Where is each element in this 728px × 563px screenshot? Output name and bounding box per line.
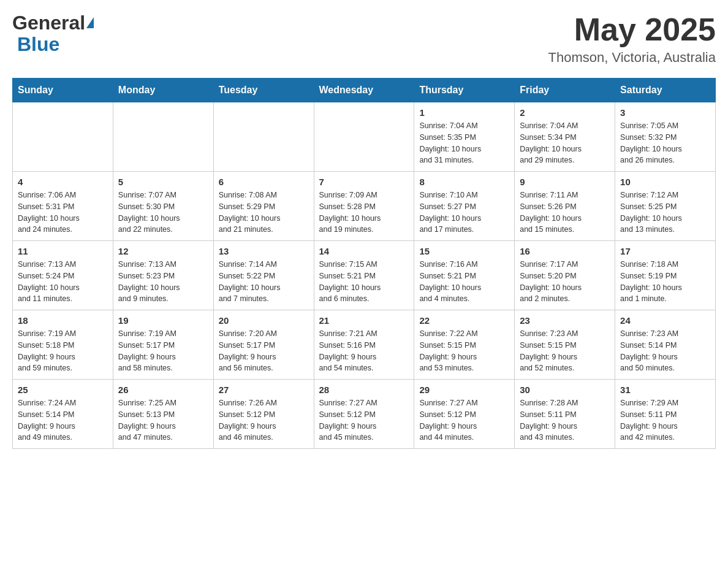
- day-number: 7: [319, 177, 409, 187]
- weekday-header-row: SundayMondayTuesdayWednesdayThursdayFrid…: [13, 79, 716, 102]
- weekday-header-thursday: Thursday: [414, 79, 515, 102]
- weekday-header-saturday: Saturday: [615, 79, 716, 102]
- calendar-subtitle: Thomson, Victoria, Australia: [548, 50, 716, 66]
- calendar-cell: 22Sunrise: 7:22 AM Sunset: 5:15 PM Dayli…: [414, 310, 515, 380]
- calendar-cell: 28Sunrise: 7:27 AM Sunset: 5:12 PM Dayli…: [314, 380, 414, 449]
- logo-general-text: General: [12, 12, 85, 34]
- day-info: Sunrise: 7:21 AM Sunset: 5:16 PM Dayligh…: [319, 328, 409, 374]
- day-number: 4: [18, 177, 108, 187]
- calendar-cell: 8Sunrise: 7:10 AM Sunset: 5:27 PM Daylig…: [414, 172, 515, 241]
- day-number: 11: [18, 246, 108, 256]
- day-info: Sunrise: 7:14 AM Sunset: 5:22 PM Dayligh…: [219, 259, 309, 305]
- calendar-cell: 27Sunrise: 7:26 AM Sunset: 5:12 PM Dayli…: [213, 380, 314, 449]
- calendar-cell: 24Sunrise: 7:23 AM Sunset: 5:14 PM Dayli…: [615, 310, 716, 380]
- day-number: 19: [118, 315, 208, 326]
- weekday-header-sunday: Sunday: [13, 79, 113, 102]
- day-info: Sunrise: 7:26 AM Sunset: 5:12 PM Dayligh…: [219, 397, 309, 443]
- day-info: Sunrise: 7:09 AM Sunset: 5:28 PM Dayligh…: [319, 190, 409, 236]
- calendar-cell: [113, 102, 213, 172]
- calendar-cell: [13, 102, 113, 172]
- calendar-cell: 30Sunrise: 7:28 AM Sunset: 5:11 PM Dayli…: [515, 380, 615, 449]
- calendar-cell: 16Sunrise: 7:17 AM Sunset: 5:20 PM Dayli…: [515, 241, 615, 310]
- calendar-cell: 18Sunrise: 7:19 AM Sunset: 5:18 PM Dayli…: [13, 310, 113, 380]
- calendar-week-2: 4Sunrise: 7:06 AM Sunset: 5:31 PM Daylig…: [13, 172, 716, 241]
- day-info: Sunrise: 7:04 AM Sunset: 5:35 PM Dayligh…: [419, 120, 509, 166]
- day-info: Sunrise: 7:25 AM Sunset: 5:13 PM Dayligh…: [118, 397, 208, 443]
- day-number: 23: [520, 315, 610, 326]
- day-number: 17: [620, 246, 710, 256]
- day-number: 1: [419, 107, 509, 118]
- calendar-cell: 6Sunrise: 7:08 AM Sunset: 5:29 PM Daylig…: [213, 172, 314, 241]
- day-info: Sunrise: 7:18 AM Sunset: 5:19 PM Dayligh…: [620, 259, 710, 305]
- calendar-cell: 17Sunrise: 7:18 AM Sunset: 5:19 PM Dayli…: [615, 241, 716, 310]
- calendar-cell: 12Sunrise: 7:13 AM Sunset: 5:23 PM Dayli…: [113, 241, 213, 310]
- day-info: Sunrise: 7:07 AM Sunset: 5:30 PM Dayligh…: [118, 190, 208, 236]
- calendar-cell: 25Sunrise: 7:24 AM Sunset: 5:14 PM Dayli…: [13, 380, 113, 449]
- day-info: Sunrise: 7:28 AM Sunset: 5:11 PM Dayligh…: [520, 397, 610, 443]
- logo: General Blue: [12, 12, 94, 55]
- day-number: 3: [620, 107, 710, 118]
- day-number: 12: [118, 246, 208, 256]
- day-number: 21: [319, 315, 409, 326]
- day-info: Sunrise: 7:12 AM Sunset: 5:25 PM Dayligh…: [620, 190, 710, 236]
- day-info: Sunrise: 7:20 AM Sunset: 5:17 PM Dayligh…: [219, 328, 309, 374]
- day-number: 9: [520, 177, 610, 187]
- day-info: Sunrise: 7:17 AM Sunset: 5:20 PM Dayligh…: [520, 259, 610, 305]
- day-number: 8: [419, 177, 509, 187]
- day-number: 6: [219, 177, 309, 187]
- day-info: Sunrise: 7:27 AM Sunset: 5:12 PM Dayligh…: [419, 397, 509, 443]
- calendar-cell: 13Sunrise: 7:14 AM Sunset: 5:22 PM Dayli…: [213, 241, 314, 310]
- calendar-cell: 3Sunrise: 7:05 AM Sunset: 5:32 PM Daylig…: [615, 102, 716, 172]
- day-info: Sunrise: 7:13 AM Sunset: 5:24 PM Dayligh…: [18, 259, 108, 305]
- weekday-header-friday: Friday: [515, 79, 615, 102]
- day-number: 14: [319, 246, 409, 256]
- day-number: 27: [219, 385, 309, 395]
- calendar-cell: 1Sunrise: 7:04 AM Sunset: 5:35 PM Daylig…: [414, 102, 515, 172]
- day-info: Sunrise: 7:29 AM Sunset: 5:11 PM Dayligh…: [620, 397, 710, 443]
- calendar-cell: 5Sunrise: 7:07 AM Sunset: 5:30 PM Daylig…: [113, 172, 213, 241]
- calendar-cell: 23Sunrise: 7:23 AM Sunset: 5:15 PM Dayli…: [515, 310, 615, 380]
- calendar-cell: 2Sunrise: 7:04 AM Sunset: 5:34 PM Daylig…: [515, 102, 615, 172]
- day-info: Sunrise: 7:23 AM Sunset: 5:15 PM Dayligh…: [520, 328, 610, 374]
- calendar-cell: 14Sunrise: 7:15 AM Sunset: 5:21 PM Dayli…: [314, 241, 414, 310]
- day-info: Sunrise: 7:19 AM Sunset: 5:17 PM Dayligh…: [118, 328, 208, 374]
- day-info: Sunrise: 7:15 AM Sunset: 5:21 PM Dayligh…: [319, 259, 409, 305]
- calendar-cell: 11Sunrise: 7:13 AM Sunset: 5:24 PM Dayli…: [13, 241, 113, 310]
- day-info: Sunrise: 7:10 AM Sunset: 5:27 PM Dayligh…: [419, 190, 509, 236]
- weekday-header-monday: Monday: [113, 79, 213, 102]
- calendar-cell: 4Sunrise: 7:06 AM Sunset: 5:31 PM Daylig…: [13, 172, 113, 241]
- calendar-cell: 9Sunrise: 7:11 AM Sunset: 5:26 PM Daylig…: [515, 172, 615, 241]
- day-info: Sunrise: 7:06 AM Sunset: 5:31 PM Dayligh…: [18, 190, 108, 236]
- day-info: Sunrise: 7:19 AM Sunset: 5:18 PM Dayligh…: [18, 328, 108, 374]
- day-number: 18: [18, 315, 108, 326]
- calendar-cell: [314, 102, 414, 172]
- calendar-week-4: 18Sunrise: 7:19 AM Sunset: 5:18 PM Dayli…: [13, 310, 716, 380]
- calendar-cell: 31Sunrise: 7:29 AM Sunset: 5:11 PM Dayli…: [615, 380, 716, 449]
- day-info: Sunrise: 7:04 AM Sunset: 5:34 PM Dayligh…: [520, 120, 610, 166]
- day-number: 30: [520, 385, 610, 395]
- weekday-header-wednesday: Wednesday: [314, 79, 414, 102]
- day-info: Sunrise: 7:16 AM Sunset: 5:21 PM Dayligh…: [419, 259, 509, 305]
- day-number: 20: [219, 315, 309, 326]
- calendar-week-3: 11Sunrise: 7:13 AM Sunset: 5:24 PM Dayli…: [13, 241, 716, 310]
- day-number: 24: [620, 315, 710, 326]
- day-number: 28: [319, 385, 409, 395]
- calendar-cell: 29Sunrise: 7:27 AM Sunset: 5:12 PM Dayli…: [414, 380, 515, 449]
- calendar-cell: [213, 102, 314, 172]
- day-info: Sunrise: 7:08 AM Sunset: 5:29 PM Dayligh…: [219, 190, 309, 236]
- day-number: 29: [419, 385, 509, 395]
- day-info: Sunrise: 7:05 AM Sunset: 5:32 PM Dayligh…: [620, 120, 710, 166]
- calendar-cell: 20Sunrise: 7:20 AM Sunset: 5:17 PM Dayli…: [213, 310, 314, 380]
- calendar-week-5: 25Sunrise: 7:24 AM Sunset: 5:14 PM Dayli…: [13, 380, 716, 449]
- day-number: 5: [118, 177, 208, 187]
- calendar-table: SundayMondayTuesdayWednesdayThursdayFrid…: [12, 78, 716, 449]
- day-info: Sunrise: 7:11 AM Sunset: 5:26 PM Dayligh…: [520, 190, 610, 236]
- title-area: May 2025 Thomson, Victoria, Australia: [548, 12, 716, 66]
- day-number: 25: [18, 385, 108, 395]
- calendar-cell: 19Sunrise: 7:19 AM Sunset: 5:17 PM Dayli…: [113, 310, 213, 380]
- calendar-week-1: 1Sunrise: 7:04 AM Sunset: 5:35 PM Daylig…: [13, 102, 716, 172]
- day-number: 31: [620, 385, 710, 395]
- day-number: 13: [219, 246, 309, 256]
- calendar-cell: 7Sunrise: 7:09 AM Sunset: 5:28 PM Daylig…: [314, 172, 414, 241]
- day-info: Sunrise: 7:13 AM Sunset: 5:23 PM Dayligh…: [118, 259, 208, 305]
